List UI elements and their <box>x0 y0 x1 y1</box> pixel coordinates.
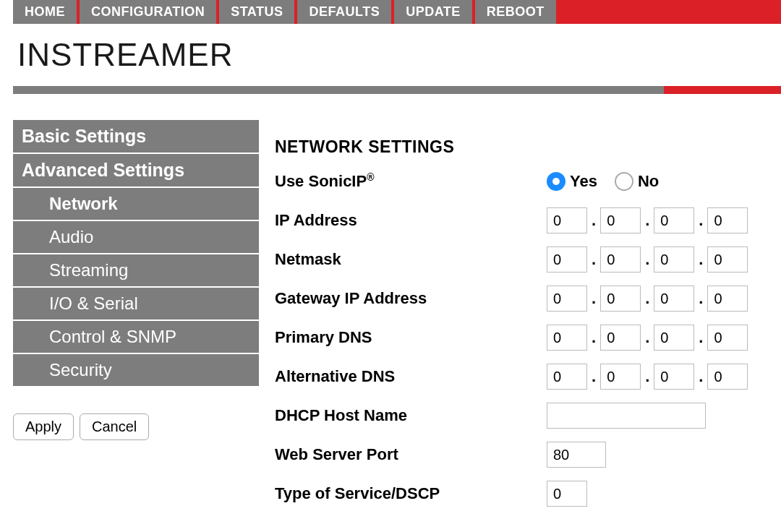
label-ip-address: IP Address <box>275 211 547 230</box>
gateway-octet-4[interactable] <box>707 286 748 312</box>
label-web-port: Web Server Port <box>275 445 547 464</box>
gateway-octet-3[interactable] <box>654 286 694 312</box>
netmask-octet-1[interactable] <box>547 246 587 273</box>
sidebar-item-basic-settings[interactable]: Basic Settings <box>13 119 259 153</box>
sidebar-item-audio[interactable]: Audio <box>13 220 259 253</box>
section-title: NETWORK SETTINGS <box>275 137 781 157</box>
sidebar-item-network[interactable]: Network <box>13 186 259 220</box>
nav-configuration[interactable]: CONFIGURATION <box>80 0 216 24</box>
web-port-input[interactable] <box>547 442 606 468</box>
label-alt-dns: Alternative DNS <box>275 367 547 386</box>
ip-address-octet-1[interactable] <box>547 207 587 233</box>
nav-home[interactable]: HOME <box>13 0 77 24</box>
top-nav: HOME CONFIGURATION STATUS DEFAULTS UPDAT… <box>13 0 781 24</box>
netmask-octet-2[interactable] <box>600 246 641 273</box>
alt-dns-octet-4[interactable] <box>707 364 748 390</box>
apply-button[interactable]: Apply <box>13 413 74 440</box>
alt-dns-octet-2[interactable] <box>600 364 641 390</box>
alt-dns-octet-1[interactable] <box>547 364 587 390</box>
netmask-octet-4[interactable] <box>707 246 748 273</box>
cancel-button[interactable]: Cancel <box>80 413 149 440</box>
nav-reboot[interactable]: REBOOT <box>475 0 556 24</box>
sidebar-item-io-serial[interactable]: I/O & Serial <box>13 286 259 319</box>
netmask-octet-3[interactable] <box>654 246 694 273</box>
sidebar-item-advanced-settings[interactable]: Advanced Settings <box>13 153 259 186</box>
primary-dns-octet-4[interactable] <box>707 325 748 351</box>
sidebar: Basic Settings Advanced Settings Network… <box>13 119 259 520</box>
dhcp-host-input[interactable] <box>547 403 706 429</box>
radio-sonicip-yes[interactable] <box>547 172 566 191</box>
radio-label-yes: Yes <box>570 172 597 191</box>
label-dhcp-host: DHCP Host Name <box>275 406 547 425</box>
page-title: INSTREAMER <box>17 37 781 73</box>
label-primary-dns: Primary DNS <box>275 328 547 347</box>
sidebar-item-security[interactable]: Security <box>13 353 259 386</box>
sidebar-item-streaming[interactable]: Streaming <box>13 253 259 286</box>
ip-address-octet-3[interactable] <box>654 207 694 233</box>
nav-status[interactable]: STATUS <box>219 0 294 24</box>
label-gateway: Gateway IP Address <box>275 289 547 308</box>
radio-sonicip-no[interactable] <box>615 172 633 191</box>
nav-update[interactable]: UPDATE <box>394 0 472 24</box>
label-tos-dscp: Type of Service/DSCP <box>275 484 547 503</box>
ip-address-octet-4[interactable] <box>707 207 748 233</box>
tos-dscp-input[interactable] <box>547 481 587 507</box>
sidebar-item-control-snmp[interactable]: Control & SNMP <box>13 319 259 353</box>
radio-label-no: No <box>638 172 659 191</box>
label-sonicip: Use SonicIP® <box>275 171 547 191</box>
alt-dns-octet-3[interactable] <box>654 364 694 390</box>
divider-bar <box>13 86 781 94</box>
primary-dns-octet-2[interactable] <box>600 325 641 351</box>
primary-dns-octet-1[interactable] <box>547 325 587 351</box>
gateway-octet-2[interactable] <box>600 286 641 312</box>
primary-dns-octet-3[interactable] <box>654 325 694 351</box>
gateway-octet-1[interactable] <box>547 286 587 312</box>
nav-accent <box>559 0 781 24</box>
nav-defaults[interactable]: DEFAULTS <box>297 0 391 24</box>
ip-address-octet-2[interactable] <box>600 207 641 233</box>
main-panel: NETWORK SETTINGS Use SonicIP® Yes No IP … <box>275 119 781 520</box>
label-netmask: Netmask <box>275 250 547 269</box>
